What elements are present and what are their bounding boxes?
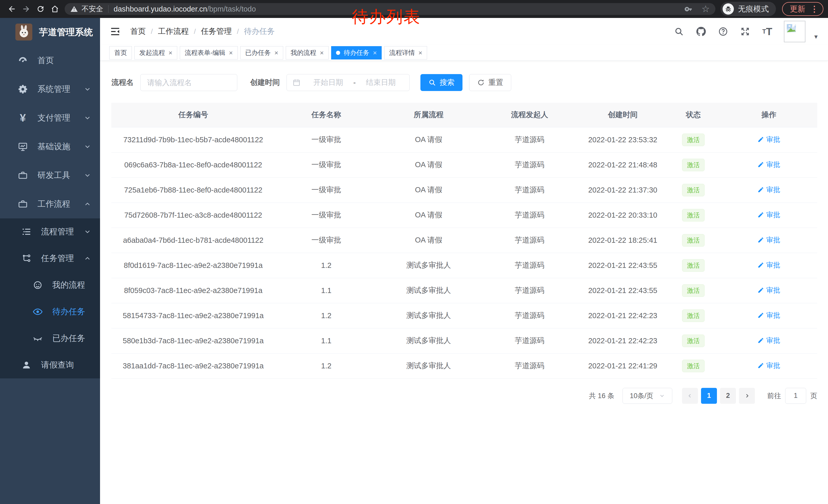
process-name-input[interactable] bbox=[140, 74, 237, 91]
status-badge: 激活 bbox=[682, 334, 705, 347]
tab-home[interactable]: 首页 bbox=[109, 46, 132, 59]
page-button-1[interactable]: 1 bbox=[701, 388, 717, 404]
fullscreen-icon[interactable] bbox=[740, 26, 750, 37]
tab-todo-tasks-active[interactable]: 待办任务 × bbox=[331, 46, 382, 59]
topbar: 首页 / 工作流程 / 任务管理 / 待办任务 bbox=[100, 18, 828, 45]
close-icon[interactable]: × bbox=[275, 49, 278, 56]
calendar-icon bbox=[292, 79, 301, 87]
cell-created: 2022-01-22 23:53:32 bbox=[579, 127, 666, 152]
sidebar-item-my-process[interactable]: 我的流程 bbox=[0, 272, 100, 299]
cell-created: 2022-01-21 22:43:55 bbox=[579, 278, 666, 303]
chevron-down-icon bbox=[84, 114, 91, 122]
approve-link[interactable]: 审批 bbox=[757, 286, 780, 295]
browser-forward-button[interactable] bbox=[19, 2, 33, 16]
cell-created: 2022-01-21 22:42:23 bbox=[579, 328, 666, 353]
close-icon[interactable]: × bbox=[320, 49, 324, 56]
breadcrumb-item[interactable]: 任务管理 bbox=[201, 26, 232, 37]
sidebar-item-task-management[interactable]: 任务管理 bbox=[0, 245, 100, 272]
font-size-icon[interactable]: TT bbox=[762, 26, 773, 37]
sidebar-collapse-icon[interactable] bbox=[109, 26, 121, 37]
page-button-2[interactable]: 2 bbox=[720, 388, 736, 404]
sidebar-item-payment[interactable]: ¥ 支付管理 bbox=[0, 103, 100, 132]
todo-task-table: 任务编号 任务名称 所属流程 流程发起人 创建时间 状态 操作 73211d9d… bbox=[111, 103, 817, 379]
page-size-value: 10条/页 bbox=[630, 391, 653, 401]
cell-initiator: 芋道源码 bbox=[480, 152, 579, 177]
tab-start-process[interactable]: 发起流程 × bbox=[134, 46, 177, 59]
goto-label: 前往 bbox=[767, 391, 781, 401]
url-path: /bpm/task/todo bbox=[207, 5, 256, 13]
reset-button[interactable]: 重置 bbox=[469, 74, 511, 91]
sidebar-item-infrastructure[interactable]: 基础设施 bbox=[0, 132, 100, 161]
cell-process: 测试多审批人 bbox=[377, 278, 480, 303]
cell-initiator: 芋道源码 bbox=[480, 353, 579, 378]
close-icon[interactable]: × bbox=[418, 49, 422, 56]
update-label: 更新 bbox=[790, 4, 805, 14]
sidebar-item-home[interactable]: 首页 bbox=[0, 46, 100, 75]
approve-link[interactable]: 审批 bbox=[757, 261, 780, 270]
search-form: 流程名 创建时间 开始日期 - 结束日期 搜索 bbox=[111, 74, 817, 91]
close-icon[interactable]: × bbox=[229, 49, 233, 56]
status-badge: 激活 bbox=[682, 284, 705, 297]
date-range-picker[interactable]: 开始日期 - 结束日期 bbox=[287, 74, 410, 91]
browser-update-button[interactable]: 更新 ⋮ bbox=[782, 2, 823, 16]
sidebar-item-done-tasks[interactable]: 已办任务 bbox=[0, 325, 100, 352]
prev-page-button[interactable] bbox=[682, 388, 698, 404]
browser-reload-button[interactable] bbox=[33, 2, 48, 16]
cell-process: 测试多审批人 bbox=[377, 353, 480, 378]
list-tree-icon bbox=[21, 226, 32, 237]
app-logo-row[interactable]: 芋道管理系统 bbox=[0, 18, 100, 46]
sidebar-item-dev-tools[interactable]: 研发工具 bbox=[0, 161, 100, 190]
incognito-label: 无痕模式 bbox=[738, 4, 769, 14]
browser-home-button[interactable] bbox=[48, 2, 62, 16]
refresh-icon bbox=[477, 79, 485, 86]
approve-link[interactable]: 审批 bbox=[757, 235, 780, 244]
back-arrow-icon bbox=[7, 5, 16, 13]
date-range-separator: - bbox=[353, 79, 356, 87]
sidebar-item-process-management[interactable]: 流程管理 bbox=[0, 218, 100, 245]
end-date-placeholder: 结束日期 bbox=[358, 78, 404, 88]
tab-process-form-edit[interactable]: 流程表单-编辑 × bbox=[180, 46, 238, 59]
sidebar-item-label: 研发工具 bbox=[37, 170, 70, 181]
breadcrumb-item[interactable]: 首页 bbox=[130, 26, 146, 37]
cell-initiator: 芋道源码 bbox=[480, 228, 579, 253]
approve-link[interactable]: 审批 bbox=[757, 361, 780, 370]
table-row: 381aa1dd-7ac8-11ec-a9e2-a2380e71991a 1.2… bbox=[111, 353, 817, 378]
bookmark-star-icon[interactable]: ☆ bbox=[702, 4, 710, 13]
browser-back-button[interactable] bbox=[5, 2, 19, 16]
approve-link[interactable]: 审批 bbox=[757, 160, 780, 169]
avatar[interactable] bbox=[784, 21, 805, 42]
sidebar-item-workflow[interactable]: 工作流程 bbox=[0, 190, 100, 218]
status-badge: 激活 bbox=[682, 159, 705, 171]
browser-menu-icon[interactable]: ⋮ bbox=[810, 4, 819, 14]
approve-link[interactable]: 审批 bbox=[757, 135, 780, 144]
approve-link[interactable]: 审批 bbox=[757, 311, 780, 320]
cell-task-id: 069c6a63-7b8a-11ec-8ef0-acde48001122 bbox=[111, 152, 275, 177]
cell-task-id: 73211d9d-7b9b-11ec-b5b7-acde48001122 bbox=[111, 127, 275, 152]
close-icon[interactable]: × bbox=[373, 49, 377, 56]
goto-page-input[interactable] bbox=[785, 388, 806, 404]
search-icon[interactable] bbox=[673, 26, 685, 37]
tab-process-detail[interactable]: 流程详情 × bbox=[384, 46, 427, 59]
tab-done-tasks[interactable]: 已办任务 × bbox=[240, 46, 283, 59]
close-icon[interactable]: × bbox=[169, 49, 172, 56]
table-row: 8f0d1619-7ac8-11ec-a9e2-a2380e71991a 1.2… bbox=[111, 253, 817, 278]
breadcrumb-item[interactable]: 工作流程 bbox=[158, 26, 189, 37]
tab-my-process[interactable]: 我的流程 × bbox=[286, 46, 329, 59]
help-question-icon[interactable] bbox=[718, 26, 729, 37]
search-button[interactable]: 搜索 bbox=[420, 74, 462, 91]
github-icon[interactable] bbox=[696, 26, 706, 37]
page-size-select[interactable]: 10条/页 bbox=[623, 388, 672, 404]
avatar-dropdown-caret-icon[interactable]: ▼ bbox=[813, 34, 819, 42]
approve-link[interactable]: 审批 bbox=[757, 210, 780, 220]
sidebar-item-system[interactable]: 系统管理 bbox=[0, 75, 100, 103]
approve-link[interactable]: 审批 bbox=[757, 185, 780, 194]
cell-initiator: 芋道源码 bbox=[480, 303, 579, 328]
sidebar-item-todo-tasks[interactable]: 待办任务 bbox=[0, 299, 100, 325]
sidebar-item-leave-query[interactable]: 请假查询 bbox=[0, 352, 100, 378]
cell-task-name: 一级审批 bbox=[275, 228, 377, 253]
approve-link[interactable]: 审批 bbox=[757, 336, 780, 345]
sidebar-item-label: 已办任务 bbox=[52, 333, 85, 344]
next-page-button[interactable] bbox=[739, 388, 755, 404]
password-key-icon[interactable] bbox=[685, 5, 693, 13]
gear-icon bbox=[17, 84, 28, 95]
